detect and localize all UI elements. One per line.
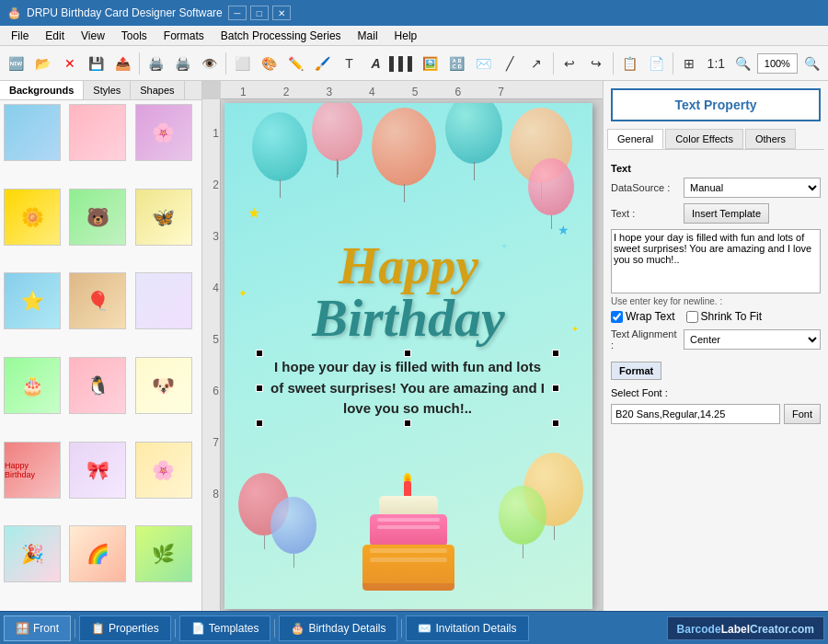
zoom-input[interactable]	[757, 53, 798, 74]
menu-batch[interactable]: Batch Processing Series	[213, 28, 349, 44]
wrap-text-checkbox[interactable]	[611, 311, 623, 323]
menu-tools[interactable]: Tools	[114, 28, 155, 44]
toolbar: 🆕 📂 ✕ 💾 📤 🖨️ 🖨️ 👁️ ⬜ 🎨 ✏️ 🖌️ T A ▌▌▌ 🖼️ …	[0, 46, 828, 81]
minimize-button[interactable]: ─	[228, 6, 247, 20]
status-front[interactable]: 🪟 Front	[4, 615, 71, 641]
thumb-15[interactable]: 🌸	[135, 442, 192, 499]
tb-new[interactable]: 🆕	[4, 51, 29, 76]
menu-view[interactable]: View	[74, 28, 112, 44]
thumb-11[interactable]: 🐧	[69, 357, 126, 414]
tb-line[interactable]: ╱	[498, 51, 523, 76]
status-properties[interactable]: 📋 Properties	[79, 615, 171, 641]
thumb-7[interactable]: ⭐	[4, 272, 61, 329]
tb-close[interactable]: ✕	[57, 51, 82, 76]
tb-preview[interactable]: 👁️	[197, 51, 222, 76]
menu-file[interactable]: File	[4, 28, 36, 44]
tb-shape2[interactable]: 🎨	[257, 51, 282, 76]
menu-help[interactable]: Help	[387, 28, 425, 44]
tb-zoomout[interactable]: 🔍	[799, 51, 824, 76]
tb-save[interactable]: 💾	[84, 51, 109, 76]
tab-styles[interactable]: Styles	[84, 81, 131, 99]
tb-arrow[interactable]: ↗	[524, 51, 549, 76]
thumb-4[interactable]: 🌼	[4, 189, 61, 246]
panel-tabs: Backgrounds Styles Shapes	[0, 81, 201, 100]
thumb-14[interactable]: 🎀	[69, 442, 126, 499]
thumb-6[interactable]: 🦋	[135, 189, 192, 246]
wrap-text-label[interactable]: Wrap Text	[611, 310, 675, 323]
text-content-area[interactable]	[611, 229, 821, 293]
menu-formats[interactable]: Formats	[156, 28, 212, 44]
datasource-row: DataSource : Manual Database	[611, 178, 821, 198]
thumb-12[interactable]: 🐶	[135, 357, 192, 414]
tab-shapes[interactable]: Shapes	[131, 81, 184, 99]
font-input[interactable]	[611, 404, 780, 424]
text-row: Text : Insert Template	[611, 203, 821, 224]
tb-export[interactable]: 📤	[110, 51, 135, 76]
prop-tab-general[interactable]: General	[607, 129, 663, 149]
thumb-5[interactable]: 🐻	[69, 189, 126, 246]
tb-zoomin[interactable]: 🔍	[730, 51, 755, 76]
prop-content: Text DataSource : Manual Database Text :…	[604, 150, 828, 431]
tb-shape1[interactable]: ⬜	[230, 51, 255, 76]
prop-tab-others[interactable]: Others	[745, 129, 796, 149]
text-field-label: Text :	[611, 208, 680, 219]
card-background: ★ ★ ✦ ✦ ✦ Happy Birthday	[224, 103, 592, 609]
alignment-select[interactable]: Center Left Right	[684, 329, 821, 350]
format-tab[interactable]: Format	[611, 362, 661, 380]
tb-text[interactable]: T	[337, 51, 362, 76]
tb-copy[interactable]: 📋	[617, 51, 642, 76]
thumb-10[interactable]: 🎂	[4, 357, 61, 414]
thumb-1[interactable]	[4, 104, 61, 161]
font-row: Font	[611, 404, 821, 424]
tb-grid[interactable]: ⊞	[677, 51, 702, 76]
tab-backgrounds[interactable]: Backgrounds	[0, 81, 84, 99]
tb-redo[interactable]: ↪	[584, 51, 609, 76]
status-birthday-details[interactable]: 🎂 Birthday Details	[279, 615, 397, 641]
menu-edit[interactable]: Edit	[38, 28, 72, 44]
canvas-area[interactable]: 1 2 3 4 5 6 7 1 2 3 4 5 6 7 8	[202, 81, 603, 611]
thumb-2[interactable]	[69, 104, 126, 161]
prop-tab-color[interactable]: Color Effects	[665, 129, 743, 149]
tb-print[interactable]: 🖨️	[144, 51, 168, 76]
thumb-18[interactable]: 🌿	[135, 525, 192, 582]
status-invitation-details[interactable]: ✉️ Invitation Details	[406, 615, 528, 641]
tb-barcode[interactable]: ▌▌▌	[390, 51, 416, 76]
tb-img[interactable]: 🖼️	[418, 51, 443, 76]
tb-mail[interactable]: ✉️	[471, 51, 496, 76]
menu-mail[interactable]: Mail	[351, 28, 385, 44]
shrink-fit-checkbox[interactable]	[686, 311, 698, 323]
thumb-9[interactable]	[135, 272, 192, 329]
tb-paint[interactable]: 🖌️	[310, 51, 335, 76]
thumb-13[interactable]: Happy Birthday	[4, 442, 61, 499]
thumb-8[interactable]: 🎈	[69, 272, 126, 329]
tb-text2[interactable]: A	[363, 51, 388, 76]
window-controls: ─ □ ✕	[228, 6, 291, 20]
insert-template-button[interactable]: Insert Template	[684, 203, 769, 224]
tb-paste[interactable]: 📄	[644, 51, 669, 76]
ruler-top: 1 2 3 4 5 6 7	[221, 81, 603, 99]
main-layout: Backgrounds Styles Shapes 🌸 🌼 🐻 🦋 ⭐ 🎈 🎂 …	[0, 81, 828, 611]
thumb-16[interactable]: 🎉	[4, 525, 61, 582]
status-templates[interactable]: 📄 Templates	[179, 615, 271, 641]
tb-undo[interactable]: ↩	[558, 51, 582, 76]
maximize-button[interactable]: □	[250, 6, 269, 20]
close-button[interactable]: ✕	[272, 6, 291, 20]
tb-ratio[interactable]: 1:1	[704, 51, 729, 76]
card-birthday-text: Birthday	[312, 287, 505, 349]
titlebar: 🎂 DRPU Birthday Card Designer Software ─…	[0, 0, 828, 26]
tb-print2[interactable]: 🖨️	[170, 51, 195, 76]
templates-icon: 📄	[191, 622, 205, 635]
thumb-3[interactable]: 🌸	[135, 104, 192, 161]
invitation-icon: ✉️	[418, 622, 431, 635]
tb-stamp[interactable]: 🔠	[444, 51, 469, 76]
font-button[interactable]: Font	[784, 404, 821, 424]
tb-pencil[interactable]: ✏️	[283, 51, 308, 76]
thumb-17[interactable]: 🌈	[69, 525, 126, 582]
card-canvas[interactable]: ★ ★ ✦ ✦ ✦ Happy Birthday	[224, 103, 592, 609]
select-font-label: Select Font :	[611, 387, 821, 398]
datasource-select[interactable]: Manual Database	[684, 178, 821, 198]
card-message-container[interactable]: I hope your day is filled with fun and l…	[259, 353, 556, 423]
shrink-fit-label[interactable]: Shrink To Fit	[686, 310, 762, 323]
thumbnail-grid: 🌸 🌼 🐻 🦋 ⭐ 🎈 🎂 🐧 🐶 Happy Birthday 🎀 🌸 🎉 🌈…	[0, 100, 201, 611]
tb-open[interactable]: 📂	[30, 51, 55, 76]
